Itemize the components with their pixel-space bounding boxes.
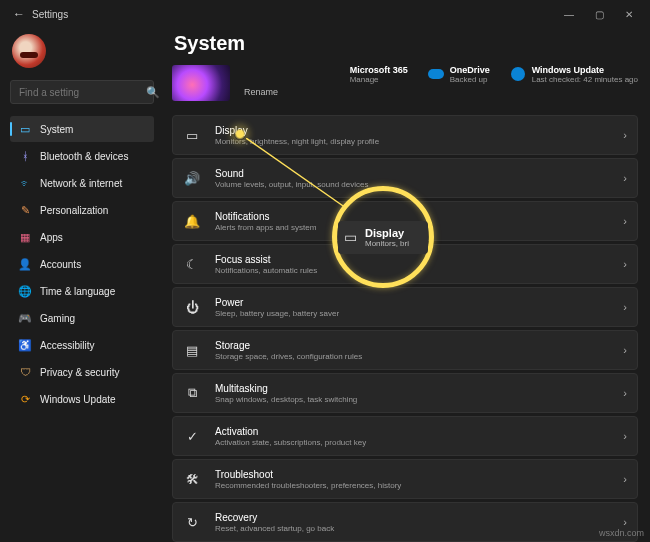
sidebar-item-accessibility[interactable]: ♿Accessibility bbox=[10, 332, 154, 358]
avatar[interactable] bbox=[12, 34, 46, 68]
sidebar-item-apps[interactable]: ▦Apps bbox=[10, 224, 154, 250]
settings-row-troubleshoot[interactable]: 🛠TroubleshootRecommended troubleshooters… bbox=[172, 459, 638, 499]
sidebar-item-label: Apps bbox=[40, 232, 63, 243]
status-windows-update[interactable]: Windows Update Last checked: 42 minutes … bbox=[510, 65, 638, 84]
activation-icon: ✓ bbox=[183, 429, 201, 444]
chevron-right-icon: › bbox=[623, 430, 627, 442]
row-title: Activation bbox=[215, 426, 609, 437]
sidebar-item-gaming[interactable]: 🎮Gaming bbox=[10, 305, 154, 331]
row-subtitle: Notifications, automatic rules bbox=[215, 266, 609, 275]
network-internet-icon: ᯤ bbox=[18, 177, 32, 189]
settings-row-recovery[interactable]: ↻RecoveryReset, advanced startup, go bac… bbox=[172, 502, 638, 542]
status-ms365[interactable]: Microsoft 365 Manage bbox=[328, 65, 408, 84]
pc-thumbnail[interactable] bbox=[172, 65, 230, 101]
chevron-right-icon: › bbox=[623, 301, 627, 313]
row-subtitle: Reset, advanced startup, go back bbox=[215, 524, 609, 533]
windows-update-icon: ⟳ bbox=[18, 393, 32, 406]
row-subtitle: Sleep, battery usage, battery saver bbox=[215, 309, 609, 318]
row-title: Power bbox=[215, 297, 609, 308]
back-button[interactable]: ← bbox=[6, 7, 32, 21]
watermark: wsxdn.com bbox=[599, 528, 644, 538]
sidebar-item-label: Accessibility bbox=[40, 340, 94, 351]
row-title: Storage bbox=[215, 340, 609, 351]
rename-link[interactable]: Rename bbox=[244, 87, 278, 97]
gaming-icon: 🎮 bbox=[18, 312, 32, 325]
sidebar-item-network-internet[interactable]: ᯤNetwork & internet bbox=[10, 170, 154, 196]
settings-row-storage[interactable]: ▤StorageStorage space, drives, configura… bbox=[172, 330, 638, 370]
window-title: Settings bbox=[32, 9, 68, 20]
status-title: Windows Update bbox=[532, 65, 638, 75]
row-title: Focus assist bbox=[215, 254, 609, 265]
time-language-icon: 🌐 bbox=[18, 285, 32, 298]
personalization-icon: ✎ bbox=[18, 204, 32, 217]
chevron-right-icon: › bbox=[623, 258, 627, 270]
sidebar-item-label: Accounts bbox=[40, 259, 81, 270]
sidebar-item-privacy-security[interactable]: 🛡Privacy & security bbox=[10, 359, 154, 385]
chevron-right-icon: › bbox=[623, 387, 627, 399]
settings-row-activation[interactable]: ✓ActivationActivation state, subscriptio… bbox=[172, 416, 638, 456]
sidebar-item-personalization[interactable]: ✎Personalization bbox=[10, 197, 154, 223]
multitasking-icon: ⧉ bbox=[183, 385, 201, 401]
close-button[interactable]: ✕ bbox=[614, 0, 644, 28]
sidebar-item-windows-update[interactable]: ⟳Windows Update bbox=[10, 386, 154, 412]
row-subtitle: Alerts from apps and system bbox=[215, 223, 609, 232]
display-icon: ▭ bbox=[183, 128, 201, 143]
row-title: Multitasking bbox=[215, 383, 609, 394]
sidebar-item-label: System bbox=[40, 124, 73, 135]
system-icon: ▭ bbox=[18, 123, 32, 136]
row-title: Troubleshoot bbox=[215, 469, 609, 480]
row-title: Display bbox=[215, 125, 609, 136]
status-sub: Backed up bbox=[450, 75, 490, 84]
bluetooth-devices-icon: ᚼ bbox=[18, 150, 32, 162]
row-subtitle: Activation state, subscriptions, product… bbox=[215, 438, 609, 447]
accessibility-icon: ♿ bbox=[18, 339, 32, 352]
chevron-right-icon: › bbox=[623, 473, 627, 485]
settings-row-notifications[interactable]: 🔔NotificationsAlerts from apps and syste… bbox=[172, 201, 638, 241]
page-title: System bbox=[174, 32, 638, 55]
row-subtitle: Volume levels, output, input, sound devi… bbox=[215, 180, 609, 189]
sidebar-item-label: Gaming bbox=[40, 313, 75, 324]
row-title: Notifications bbox=[215, 211, 609, 222]
status-title: OneDrive bbox=[450, 65, 490, 75]
row-subtitle: Storage space, drives, configuration rul… bbox=[215, 352, 609, 361]
sidebar-item-accounts[interactable]: 👤Accounts bbox=[10, 251, 154, 277]
row-subtitle: Recommended troubleshooters, preferences… bbox=[215, 481, 609, 490]
sidebar-item-label: Bluetooth & devices bbox=[40, 151, 128, 162]
chevron-right-icon: › bbox=[623, 129, 627, 141]
apps-icon: ▦ bbox=[18, 231, 32, 244]
minimize-button[interactable]: — bbox=[554, 0, 584, 28]
sidebar-item-label: Privacy & security bbox=[40, 367, 119, 378]
chevron-right-icon: › bbox=[623, 215, 627, 227]
recovery-icon: ↻ bbox=[183, 515, 201, 530]
power-icon: ⏻ bbox=[183, 300, 201, 315]
settings-row-power[interactable]: ⏻PowerSleep, battery usage, battery save… bbox=[172, 287, 638, 327]
troubleshoot-icon: 🛠 bbox=[183, 472, 201, 487]
sidebar-item-label: Time & language bbox=[40, 286, 115, 297]
sidebar-item-system[interactable]: ▭System bbox=[10, 116, 154, 142]
microsoft-365-icon bbox=[328, 66, 344, 82]
sidebar-item-time-language[interactable]: 🌐Time & language bbox=[10, 278, 154, 304]
sidebar-item-label: Network & internet bbox=[40, 178, 122, 189]
search-input[interactable] bbox=[19, 87, 146, 98]
accounts-icon: 👤 bbox=[18, 258, 32, 271]
chevron-right-icon: › bbox=[623, 516, 627, 528]
status-title: Microsoft 365 bbox=[350, 65, 408, 75]
settings-row-focus-assist[interactable]: ☾Focus assistNotifications, automatic ru… bbox=[172, 244, 638, 284]
sidebar-item-label: Personalization bbox=[40, 205, 108, 216]
status-sub: Manage bbox=[350, 75, 408, 84]
settings-row-multitasking[interactable]: ⧉MultitaskingSnap windows, desktops, tas… bbox=[172, 373, 638, 413]
sidebar-item-bluetooth-devices[interactable]: ᚼBluetooth & devices bbox=[10, 143, 154, 169]
storage-icon: ▤ bbox=[183, 343, 201, 358]
search-icon: 🔍 bbox=[146, 86, 160, 99]
chevron-right-icon: › bbox=[623, 344, 627, 356]
status-onedrive[interactable]: OneDrive Backed up bbox=[428, 65, 490, 84]
row-subtitle: Monitors, brightness, night light, displ… bbox=[215, 137, 609, 146]
status-sub: Last checked: 42 minutes ago bbox=[532, 75, 638, 84]
settings-row-sound[interactable]: 🔊SoundVolume levels, output, input, soun… bbox=[172, 158, 638, 198]
sound-icon: 🔊 bbox=[183, 171, 201, 186]
windows-update-icon bbox=[510, 66, 526, 82]
search-box[interactable]: 🔍 bbox=[10, 80, 154, 104]
onedrive-icon bbox=[428, 66, 444, 82]
row-title: Sound bbox=[215, 168, 609, 179]
maximize-button[interactable]: ▢ bbox=[584, 0, 614, 28]
